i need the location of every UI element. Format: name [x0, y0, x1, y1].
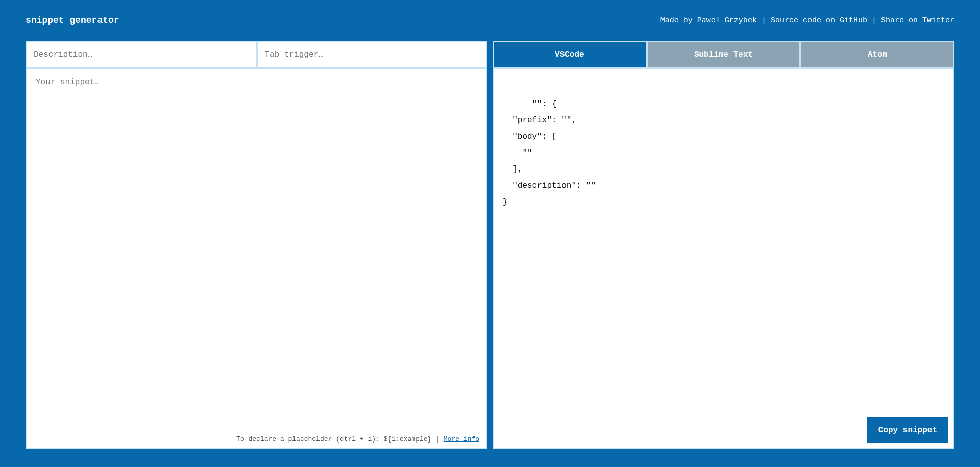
- input-panel: To declare a placeholder (ctrl + i): ${1…: [26, 41, 487, 449]
- tabs: VSCode Sublime Text Atom: [494, 42, 953, 67]
- author-link[interactable]: Pawel Grzybek: [697, 16, 757, 25]
- copy-button[interactable]: Copy snippet: [867, 417, 948, 443]
- twitter-link[interactable]: Share on Twitter: [881, 16, 954, 25]
- main: To declare a placeholder (ctrl + i): ${1…: [0, 41, 980, 467]
- input-row: [27, 42, 486, 67]
- tab-atom[interactable]: Atom: [801, 42, 953, 67]
- separator: |: [867, 16, 881, 25]
- tab-vscode[interactable]: VSCode: [494, 42, 646, 67]
- snippet-textarea[interactable]: [27, 69, 486, 430]
- snippet-body: To declare a placeholder (ctrl + i): ${1…: [27, 69, 486, 448]
- page-title: snippet generator: [26, 15, 119, 26]
- header: snippet generator Made by Pawel Grzybek …: [0, 0, 980, 41]
- placeholder-hint: To declare a placeholder (ctrl + i): ${1…: [27, 430, 486, 448]
- header-links: Made by Pawel Grzybek | Source code on G…: [660, 16, 954, 25]
- hint-sep: |: [435, 435, 444, 443]
- github-link[interactable]: GitHub: [840, 16, 867, 25]
- output-panel: VSCode Sublime Text Atom "": { "prefix":…: [493, 41, 954, 449]
- made-by-text: Made by: [660, 16, 697, 25]
- description-input[interactable]: [27, 42, 256, 67]
- tab-sublime[interactable]: Sublime Text: [648, 42, 800, 67]
- output-code: "": { "prefix": "", "body": [ "" ], "des…: [494, 69, 953, 448]
- trigger-input[interactable]: [258, 42, 487, 67]
- separator: |: [757, 16, 771, 25]
- more-info-link[interactable]: More info: [444, 435, 479, 443]
- source-text: Source code on: [771, 16, 840, 25]
- hint-text: To declare a placeholder (ctrl + i): ${1…: [236, 435, 435, 443]
- code-output: "": { "prefix": "", "body": [ "" ], "des…: [503, 100, 596, 207]
